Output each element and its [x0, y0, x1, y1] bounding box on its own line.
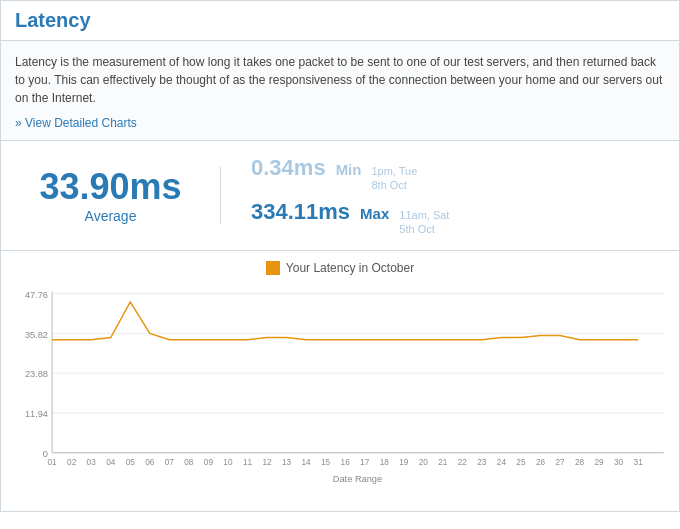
svg-text:08: 08 — [184, 457, 194, 467]
description-text: Latency is the measurement of how long i… — [15, 53, 665, 107]
stats-section: 33.90ms Average 0.34ms Min 1pm, Tue8th O… — [1, 141, 679, 251]
svg-text:30: 30 — [614, 457, 624, 467]
svg-text:11: 11 — [243, 457, 253, 467]
main-container: Latency Latency is the measurement of ho… — [0, 0, 680, 512]
svg-text:06: 06 — [145, 457, 155, 467]
legend-label: Your Latency in October — [286, 261, 414, 275]
svg-text:17: 17 — [360, 457, 370, 467]
min-time: 1pm, Tue8th Oct — [371, 164, 417, 193]
max-label: Max — [360, 205, 389, 222]
minmax-block: 0.34ms Min 1pm, Tue8th Oct 334.11ms Max … — [221, 155, 659, 236]
svg-text:10: 10 — [223, 457, 233, 467]
chart-wrapper: 47.76 35.82 23.88 11.94 0 Miliseconds — [11, 281, 669, 501]
svg-text:20: 20 — [419, 457, 429, 467]
svg-text:18: 18 — [380, 457, 390, 467]
max-time: 11am, Sat5th Oct — [399, 208, 449, 237]
max-value: 334.11ms — [251, 199, 350, 225]
svg-text:13: 13 — [282, 457, 292, 467]
svg-text:01: 01 — [48, 457, 58, 467]
legend-color-box — [266, 261, 280, 275]
chart-legend: Your Latency in October — [11, 261, 669, 275]
view-charts-link[interactable]: » View Detailed Charts — [15, 116, 137, 130]
svg-text:19: 19 — [399, 457, 409, 467]
svg-text:25: 25 — [516, 457, 526, 467]
svg-text:22: 22 — [458, 457, 468, 467]
svg-text:23.88: 23.88 — [25, 369, 48, 379]
description-section: Latency is the measurement of how long i… — [1, 41, 679, 141]
svg-text:27: 27 — [555, 457, 565, 467]
svg-text:35.82: 35.82 — [25, 330, 48, 340]
average-value: 33.90ms — [21, 167, 200, 207]
svg-text:11.94: 11.94 — [25, 409, 48, 419]
svg-text:Date Range: Date Range — [333, 474, 382, 484]
page-header: Latency — [1, 1, 679, 41]
svg-text:05: 05 — [126, 457, 136, 467]
min-row: 0.34ms Min 1pm, Tue8th Oct — [251, 155, 659, 193]
svg-text:21: 21 — [438, 457, 448, 467]
average-label: Average — [21, 208, 200, 224]
svg-text:04: 04 — [106, 457, 116, 467]
svg-text:09: 09 — [204, 457, 214, 467]
min-value: 0.34ms — [251, 155, 326, 181]
chart-section: Your Latency in October 47.76 35.82 23.8… — [1, 251, 679, 511]
svg-text:02: 02 — [67, 457, 77, 467]
svg-text:47.76: 47.76 — [25, 290, 48, 300]
svg-text:14: 14 — [301, 457, 311, 467]
max-row: 334.11ms Max 11am, Sat5th Oct — [251, 199, 659, 237]
min-label: Min — [336, 161, 362, 178]
svg-text:12: 12 — [262, 457, 272, 467]
svg-text:24: 24 — [497, 457, 507, 467]
average-block: 33.90ms Average — [21, 167, 221, 225]
svg-text:03: 03 — [87, 457, 97, 467]
svg-text:31: 31 — [634, 457, 644, 467]
svg-text:23: 23 — [477, 457, 487, 467]
svg-text:07: 07 — [165, 457, 175, 467]
svg-text:16: 16 — [341, 457, 351, 467]
svg-text:15: 15 — [321, 457, 331, 467]
page-title: Latency — [15, 9, 665, 32]
svg-text:28: 28 — [575, 457, 585, 467]
latency-chart: 47.76 35.82 23.88 11.94 0 Miliseconds — [11, 281, 669, 501]
svg-text:29: 29 — [595, 457, 605, 467]
svg-text:26: 26 — [536, 457, 546, 467]
